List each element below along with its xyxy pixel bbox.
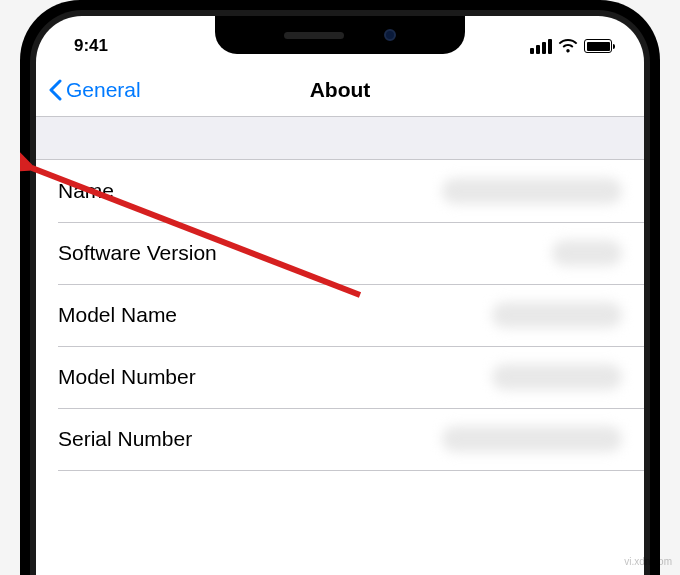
back-button[interactable]: General xyxy=(48,78,141,102)
back-label: General xyxy=(66,78,141,102)
navigation-bar: General About xyxy=(36,64,644,116)
row-label: Model Name xyxy=(58,303,177,327)
iphone-frame: 9:41 Gen xyxy=(20,0,660,575)
battery-icon xyxy=(584,39,612,53)
chevron-left-icon xyxy=(48,79,62,101)
section-header-gap xyxy=(36,116,644,160)
row-serial-number[interactable]: Serial Number xyxy=(36,408,644,470)
row-value-blurred xyxy=(442,178,622,204)
row-label: Software Version xyxy=(58,241,217,265)
row-value-blurred xyxy=(492,302,622,328)
speaker-grille xyxy=(284,32,344,39)
status-time: 9:41 xyxy=(64,36,108,56)
row-value-blurred xyxy=(442,426,622,452)
row-model-number[interactable]: Model Number xyxy=(36,346,644,408)
row-label: Model Number xyxy=(58,365,196,389)
notch xyxy=(215,16,465,54)
row-name[interactable]: Name xyxy=(36,160,644,222)
row-value-blurred xyxy=(492,364,622,390)
row-software-version[interactable]: Software Version xyxy=(36,222,644,284)
row-model-name[interactable]: Model Name xyxy=(36,284,644,346)
row-value-blurred xyxy=(552,240,622,266)
cellular-signal-icon xyxy=(530,39,552,54)
screen: 9:41 Gen xyxy=(36,16,644,575)
front-camera xyxy=(384,29,396,41)
row-label: Serial Number xyxy=(58,427,192,451)
row-label: Name xyxy=(58,179,114,203)
watermark: vi.xdn.com xyxy=(624,556,672,567)
page-title: About xyxy=(310,78,371,102)
about-list[interactable]: Name Software Version Model Name Model N… xyxy=(36,160,644,470)
wifi-icon xyxy=(558,39,578,53)
